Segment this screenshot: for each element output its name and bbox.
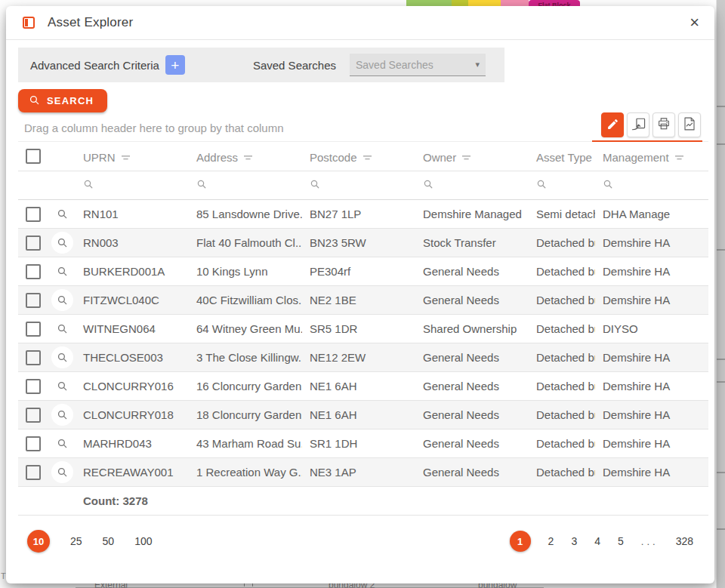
page-size-10[interactable]: 10 (27, 530, 50, 553)
cell-management: DHA Manage (595, 200, 708, 229)
search-icon (603, 179, 613, 192)
header-filter-icon[interactable] (461, 150, 471, 163)
edit-button[interactable] (601, 112, 624, 137)
filter-input-postcode[interactable] (302, 171, 415, 200)
column-label: Address (196, 150, 238, 163)
search-button-label: SEARCH (47, 95, 94, 106)
column-header-management[interactable]: Management (595, 142, 708, 171)
view-asset-button[interactable] (51, 289, 73, 311)
cell-uprn: RECREAWAY001 (76, 458, 189, 487)
header-filter-icon[interactable] (362, 150, 372, 163)
print-button[interactable] (652, 112, 675, 137)
page-size-selector: 102550100 (27, 530, 153, 553)
view-asset-button[interactable] (51, 318, 73, 340)
column-header-owner[interactable]: Owner (415, 142, 529, 171)
cell-address: 3 The Close Killingw... (189, 343, 302, 372)
row-checkbox[interactable] (26, 465, 41, 480)
page-328[interactable]: 328 (676, 535, 693, 547)
row-checkbox[interactable] (26, 207, 41, 222)
view-asset-button[interactable] (51, 260, 73, 282)
cell-uprn: BURKERD001A (76, 257, 189, 286)
saved-searches-select[interactable]: Saved Searches ▾ (350, 54, 486, 76)
row-checkbox[interactable] (26, 322, 41, 337)
column-header-postcode[interactable]: Postcode (302, 142, 415, 171)
search-icon (536, 179, 547, 192)
background-pie-chart-sliver: Flat Block (0, 0, 725, 6)
search-button[interactable]: SEARCH (18, 89, 107, 112)
search-icon (423, 179, 433, 192)
table-row: RECREAWAY0011 Recreation Way G...NE3 1AP… (18, 458, 708, 487)
advanced-search-bar: Advanced Search Criteria + Saved Searche… (18, 48, 504, 82)
cell-asset-type: Detached bungalow 2 (529, 429, 595, 458)
page-scrollbar[interactable] (716, 0, 725, 588)
row-checkbox[interactable] (26, 379, 41, 394)
view-asset-button[interactable] (51, 375, 73, 397)
header-filter-icon[interactable] (121, 150, 131, 163)
grid-toolbar-buttons (601, 112, 701, 137)
cell-owner: General Needs (415, 286, 529, 315)
dialog-title: Asset Explorer (48, 15, 133, 30)
column-header-asset-type[interactable]: Asset Type (529, 142, 595, 171)
cell-asset-type: Detached bungalow 2 (529, 286, 595, 315)
cell-owner: Stock Transfer (415, 229, 529, 257)
page-size-100[interactable]: 100 (134, 535, 152, 547)
asset-explorer-icon (23, 17, 35, 29)
header-filter-icon[interactable] (243, 150, 253, 163)
cell-asset-type: Detached bungalow 2 (529, 315, 595, 343)
close-icon[interactable]: × (686, 13, 702, 32)
page-4[interactable]: 4 (594, 535, 600, 547)
view-asset-button[interactable] (51, 346, 73, 368)
cell-uprn: RN003 (76, 229, 189, 257)
page-5[interactable]: 5 (618, 535, 624, 547)
page-3[interactable]: 3 (571, 535, 577, 547)
cell-owner: General Needs (415, 429, 529, 458)
header-filter-icon[interactable] (674, 150, 684, 163)
cell-asset-type: Detached bungalow 2 (529, 229, 595, 257)
row-checkbox[interactable] (26, 350, 41, 365)
filter-input-address[interactable] (189, 171, 302, 200)
cell-address: 43 Marham Road Su... (189, 429, 302, 458)
export-selected-button[interactable] (627, 112, 649, 137)
cell-address: 40C Fitzwilliam Clos... (189, 286, 302, 315)
row-checkbox[interactable] (26, 408, 41, 423)
table-row: CLONCURRY01818 Cloncurry Garden...NE1 6A… (18, 401, 708, 429)
saved-searches-placeholder: Saved Searches (356, 59, 433, 71)
cell-postcode: SR1 1DH (302, 429, 415, 458)
row-checkbox[interactable] (26, 236, 41, 251)
filter-input-asset-type[interactable] (529, 171, 595, 200)
column-header-uprn[interactable]: UPRN (76, 142, 189, 171)
page-1[interactable]: 1 (510, 531, 531, 552)
select-all-checkbox[interactable] (26, 149, 41, 164)
row-checkbox[interactable] (26, 293, 41, 308)
filter-input-management[interactable] (595, 171, 708, 200)
grid-toolbar: Drag a column header here to group by th… (18, 112, 702, 141)
asset-grid: UPRNAddressPostcodeOwnerAsset TypeManage… (18, 141, 708, 487)
search-icon (310, 179, 320, 192)
asset-explorer-dialog: Asset Explorer × Advanced Search Criteri… (6, 6, 714, 583)
page-navigator: 12345...328 (510, 531, 693, 552)
row-checkbox[interactable] (26, 264, 41, 279)
add-criteria-button[interactable]: + (165, 55, 185, 75)
filter-input-owner[interactable] (415, 171, 529, 200)
search-icon (83, 179, 94, 192)
row-checkbox[interactable] (26, 436, 41, 451)
export-file-button[interactable] (678, 112, 701, 137)
table-row: WITNEGN06464 Witney Green Mu...SR5 1DRSh… (18, 315, 708, 343)
cell-postcode: NE2 1BE (302, 286, 415, 315)
cell-address: 18 Cloncurry Garden... (189, 401, 302, 429)
view-asset-button[interactable] (51, 404, 73, 426)
page-size-25[interactable]: 25 (70, 535, 82, 547)
table-row: THECLOSE0033 The Close Killingw...NE12 2… (18, 343, 708, 372)
view-asset-button[interactable] (51, 461, 73, 483)
cell-management: Demshire HA (595, 286, 708, 315)
filter-input-uprn[interactable] (76, 171, 189, 200)
page-2[interactable]: 2 (548, 535, 554, 547)
view-asset-button[interactable] (51, 433, 73, 454)
column-header-address[interactable]: Address (189, 142, 302, 171)
grid-summary-row: Count: 3278 (18, 487, 708, 516)
page-size-50[interactable]: 50 (103, 535, 115, 547)
cell-management: Demshire HA (595, 229, 708, 257)
view-asset-button[interactable] (51, 203, 73, 225)
cell-management: Demshire HA (595, 429, 708, 458)
view-asset-button[interactable] (51, 232, 73, 254)
